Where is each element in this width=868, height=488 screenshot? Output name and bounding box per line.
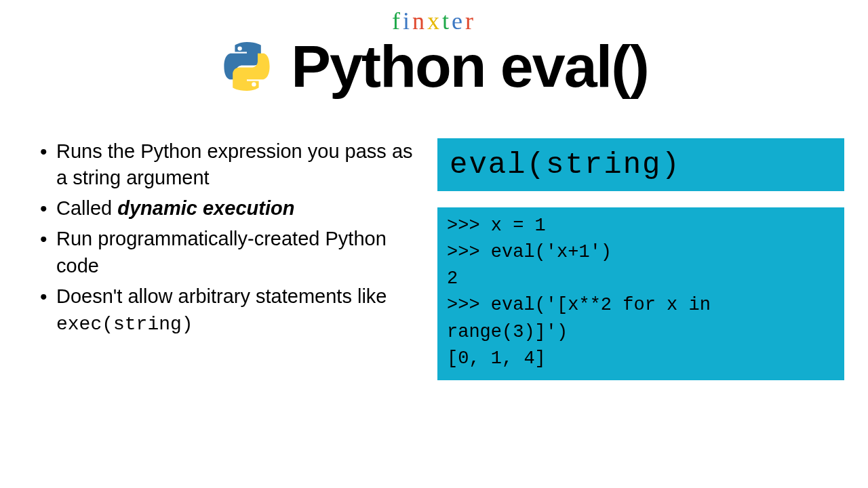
bullet-text: Runs the Python expression you pass as a… [56, 140, 413, 188]
bullet-inline-code: exec(string) [56, 314, 193, 335]
bullet-item: Runs the Python expression you pass as a… [37, 138, 417, 191]
bullet-text: Doesn't allow arbitrary statements like [56, 285, 387, 307]
code-block: >>> x = 1 >>> eval('x+1') 2 >>> eval('[x… [437, 207, 844, 380]
bullet-text: Called [56, 197, 117, 219]
bullets-column: Runs the Python expression you pass as a… [37, 138, 417, 380]
python-icon [220, 39, 274, 94]
logo-char: t [442, 7, 452, 35]
code-header: eval(string) [437, 138, 844, 191]
brand-logo: finxter [0, 0, 868, 35]
code-column: eval(string) >>> x = 1 >>> eval('x+1') 2… [437, 138, 844, 380]
logo-char: f [392, 7, 403, 35]
bullet-item: Doesn't allow arbitrary statements like … [37, 283, 417, 338]
bullet-text: Run programmatically-created Python code [56, 228, 387, 276]
logo-char: i [403, 7, 412, 35]
logo-char: n [412, 7, 427, 35]
title-block: Python eval() [0, 32, 868, 101]
bullet-emphasis: dynamic execution [117, 197, 294, 219]
bullet-item: Called dynamic execution [37, 195, 417, 222]
logo-char: r [465, 7, 476, 35]
logo-char: x [427, 7, 442, 35]
page-title: Python eval() [291, 32, 648, 101]
content-area: Runs the Python expression you pass as a… [0, 101, 868, 380]
logo-char: e [452, 7, 465, 35]
bullet-item: Run programmatically-created Python code [37, 226, 417, 279]
